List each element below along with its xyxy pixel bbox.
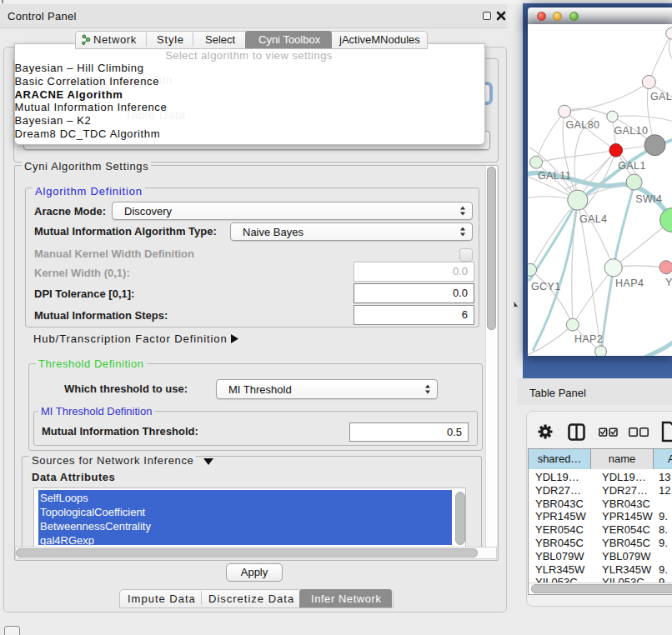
svg-text:GAL: GAL: [650, 91, 672, 102]
svg-text:SWI4: SWI4: [635, 193, 662, 205]
svg-text:GCY1: GCY1: [531, 281, 561, 292]
svg-text:HAP4: HAP4: [615, 278, 644, 289]
svg-text:GAL80: GAL80: [566, 119, 600, 131]
svg-text:Y: Y: [665, 277, 672, 288]
svg-text:HAP2: HAP2: [574, 333, 603, 345]
svg-text:GAL1: GAL1: [618, 160, 646, 172]
svg-text:GAL11: GAL11: [538, 170, 571, 182]
svg-text:GAL10: GAL10: [614, 125, 648, 137]
svg-text:GAL4: GAL4: [579, 213, 608, 225]
